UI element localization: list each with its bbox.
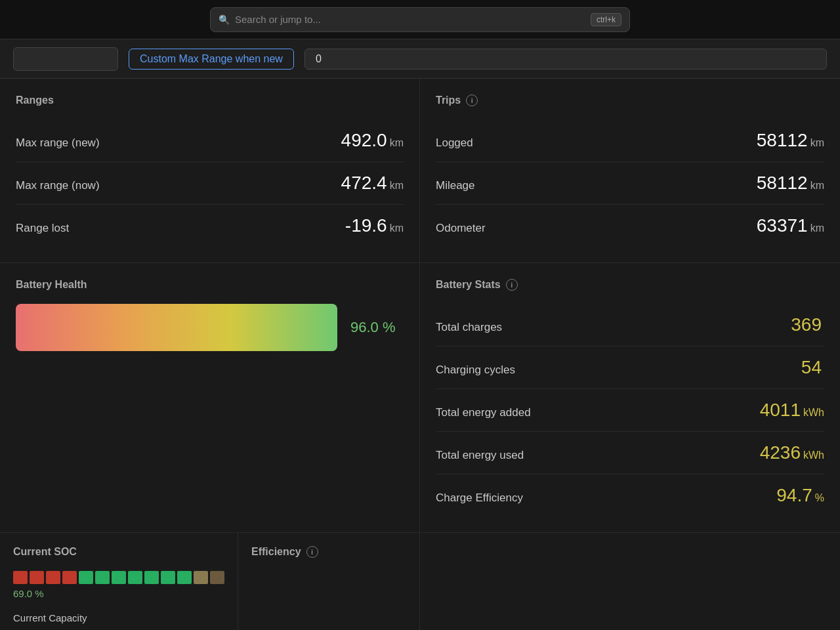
soc-section: Current SOC 69.0 % Current Capacity 52.6…: [0, 533, 238, 630]
soc-segment: [194, 571, 208, 584]
soc-segment: [79, 571, 93, 584]
trips-title: Trips i: [436, 94, 824, 106]
capacity-label: Current Capacity: [13, 612, 224, 623]
table-row: Total charges 369: [436, 304, 824, 346]
info-icon[interactable]: i: [466, 94, 478, 106]
soc-segment: [62, 571, 77, 584]
stat-label: Max range (now): [16, 179, 100, 192]
stat-value-charging-cycles: 54: [801, 357, 824, 378]
stat-value-energy-added: 4011kWh: [760, 400, 824, 421]
soc-segment: [30, 571, 44, 584]
battery-health-title: Battery Health: [16, 279, 404, 291]
battery-health-section: Battery Health 96.0 %: [0, 263, 420, 533]
stat-label: Charging cycles: [436, 364, 515, 377]
table-row: Range lost -19.6km: [16, 205, 404, 247]
soc-segment: [13, 571, 28, 584]
health-percent: 96.0 %: [350, 319, 396, 336]
soc-segment: [46, 571, 60, 584]
stat-label: Total charges: [436, 321, 502, 334]
table-row: Odometer 63371km: [436, 205, 824, 247]
ranges-title: Ranges: [16, 94, 404, 106]
custom-range-value[interactable]: 0: [304, 49, 827, 70]
soc-segment: [177, 571, 192, 584]
table-row: Total energy used 4236kWh: [436, 432, 824, 474]
soc-segments: [13, 571, 224, 584]
stat-label: Total energy used: [436, 449, 524, 462]
stat-value-energy-used: 4236kWh: [760, 442, 824, 463]
bottom-right-placeholder: [420, 533, 840, 630]
soc-segment: [144, 571, 159, 584]
health-bar-container: 96.0 %: [16, 304, 404, 351]
soc-segment: [128, 571, 142, 584]
search-placeholder: Search or jump to...: [235, 14, 585, 25]
keyboard-shortcut-badge: ctrl+k: [591, 13, 621, 26]
efficiency-title: Efficiency i: [251, 546, 406, 558]
left-input-placeholder[interactable]: [13, 47, 118, 71]
stat-value-charge-efficiency: 94.7%: [776, 485, 824, 506]
soc-segment: [112, 571, 126, 584]
soc-percent: 69.0 %: [13, 588, 224, 599]
top-navigation-bar: 🔍 Search or jump to... ctrl+k: [0, 0, 840, 39]
table-row: Charging cycles 54: [436, 346, 824, 389]
soc-bar-container: 69.0 %: [13, 571, 224, 599]
stat-label: Range lost: [16, 222, 69, 235]
battery-stats-title: Battery Stats i: [436, 279, 824, 291]
soc-segment: [161, 571, 175, 584]
soc-title: Current SOC: [13, 546, 224, 558]
table-row: Total energy added 4011kWh: [436, 389, 824, 432]
battery-stats-section: Battery Stats i Total charges 369 Chargi…: [420, 263, 840, 533]
stat-label: Total energy added: [436, 406, 531, 419]
stat-value: 472.4km: [341, 173, 404, 194]
stat-value: 492.0km: [341, 130, 404, 151]
table-row: Logged 58112km: [436, 119, 824, 162]
info-icon[interactable]: i: [306, 546, 318, 558]
health-bar: [16, 304, 337, 351]
ranges-list: Max range (new) 492.0km Max range (now) …: [16, 119, 404, 247]
table-row: Max range (new) 492.0km: [16, 119, 404, 162]
info-icon[interactable]: i: [506, 279, 518, 291]
search-bar[interactable]: 🔍 Search or jump to... ctrl+k: [210, 7, 630, 32]
stat-label: Mileage: [436, 179, 475, 192]
stat-value-total-charges: 369: [791, 314, 824, 335]
table-row: Max range (now) 472.4km: [16, 162, 404, 205]
stat-label: Logged: [436, 136, 473, 150]
search-icon: 🔍: [219, 14, 230, 25]
table-row: Charge Efficiency 94.7%: [436, 474, 824, 516]
ranges-section: Ranges Max range (new) 492.0km Max range…: [0, 79, 420, 263]
header-row: Custom Max Range when new 0: [0, 39, 840, 79]
soc-segment: [95, 571, 110, 584]
custom-range-label[interactable]: Custom Max Range when new: [129, 49, 294, 70]
main-content-grid: Ranges Max range (new) 492.0km Max range…: [0, 79, 840, 630]
stat-value: -19.6km: [345, 215, 404, 236]
stat-label: Max range (new): [16, 136, 100, 150]
stat-label: Charge Efficiency: [436, 492, 523, 505]
battery-stats-list: Total charges 369 Charging cycles 54 Tot…: [436, 304, 824, 516]
efficiency-section: Efficiency i 158 Wh/km: [238, 533, 419, 630]
bottom-left-section: Current SOC 69.0 % Current Capacity 52.6…: [0, 533, 420, 630]
trips-section: Trips i Logged 58112km Mileage 58112km O…: [420, 79, 840, 263]
stat-value: 63371km: [757, 215, 824, 236]
stat-value: 58112km: [757, 130, 824, 151]
stat-label: Odometer: [436, 222, 486, 235]
table-row: Mileage 58112km: [436, 162, 824, 205]
trips-list: Logged 58112km Mileage 58112km Odometer …: [436, 119, 824, 247]
stat-value: 58112km: [757, 173, 824, 194]
soc-segment: [210, 571, 224, 584]
